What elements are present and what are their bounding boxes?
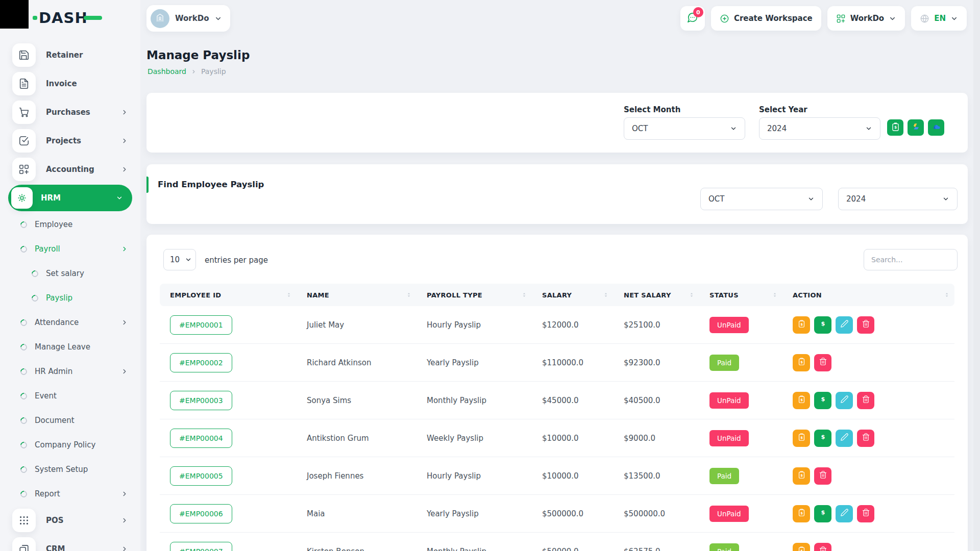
- employee-name: Sonya Sims: [297, 382, 416, 419]
- language-selector[interactable]: EN: [911, 6, 967, 31]
- chevron-right-icon: [121, 245, 128, 253]
- employee-name: Kirsten Benson: [297, 533, 416, 551]
- employee-id-link[interactable]: #EMP00006: [170, 504, 232, 523]
- find-month-value: OCT: [708, 194, 724, 204]
- sidebar-item-attendance[interactable]: Attendance: [0, 310, 140, 335]
- delete-button[interactable]: [857, 430, 874, 447]
- employee-id-link[interactable]: #EMP00002: [170, 353, 232, 372]
- breadcrumb-current: Payslip: [201, 67, 226, 76]
- employee-id-link[interactable]: #EMP00007: [170, 542, 232, 551]
- edit-button[interactable]: [836, 430, 853, 447]
- employee-id-link[interactable]: #EMP00004: [170, 429, 232, 448]
- delete-button[interactable]: [857, 505, 874, 522]
- employee-name: Juliet May: [297, 306, 416, 344]
- svg-text:$: $: [800, 398, 803, 402]
- delete-button[interactable]: [814, 354, 831, 371]
- breadcrumb-dashboard-link[interactable]: Dashboard: [148, 67, 186, 76]
- payroll-type: Weekly Payslip: [416, 419, 532, 457]
- sidebar-item-projects[interactable]: Projects: [0, 127, 140, 155]
- chevron-down-icon: [865, 125, 872, 132]
- employee-name: Maia: [297, 495, 416, 533]
- find-year-value: 2024: [846, 194, 866, 204]
- column-header-payroll-type[interactable]: PAYROLL TYPE: [416, 284, 532, 306]
- pay-button[interactable]: $: [814, 430, 831, 447]
- payslip-button[interactable]: $: [793, 354, 810, 371]
- svg-text:$: $: [800, 473, 803, 478]
- bulk-payslip-button[interactable]: $: [887, 119, 903, 136]
- payroll-type: Yearly Payslip: [416, 495, 532, 533]
- sidebar-item-accounting[interactable]: Accounting: [0, 155, 140, 184]
- search-input[interactable]: [864, 249, 958, 270]
- sidebar-item-hrm[interactable]: HRM: [8, 185, 132, 211]
- onedrive-export-button[interactable]: [928, 119, 944, 136]
- clipboard-dollar-icon: $: [797, 319, 806, 330]
- workspace-selector[interactable]: WorkDo: [146, 5, 230, 32]
- column-header-action[interactable]: ACTION: [782, 284, 954, 306]
- app-logo[interactable]: DASH: [33, 9, 102, 27]
- payslip-table-card: 10 entries per page EMPLOYEE IDNAMEPAYRO…: [146, 235, 968, 551]
- employee-id-link[interactable]: #EMP00003: [170, 391, 232, 410]
- delete-button[interactable]: [857, 316, 874, 334]
- sidebar-item-manage-leave[interactable]: Manage Leave: [0, 335, 140, 359]
- sidebar-item-pos[interactable]: POS: [0, 506, 140, 535]
- payslip-button[interactable]: $: [793, 505, 810, 522]
- column-header-salary[interactable]: SALARY: [532, 284, 614, 306]
- find-month-select[interactable]: OCT: [700, 188, 823, 210]
- page-size-select[interactable]: 10: [163, 249, 196, 270]
- delete-button[interactable]: [814, 467, 831, 485]
- sidebar-item-report[interactable]: Report: [0, 482, 140, 506]
- delete-button[interactable]: [814, 543, 831, 551]
- pay-button[interactable]: $: [814, 392, 831, 409]
- sidebar-item-event[interactable]: Event: [0, 384, 140, 408]
- column-header-net-salary[interactable]: NET SALARY: [614, 284, 699, 306]
- sidebar-item-payslip[interactable]: Payslip: [0, 286, 140, 310]
- payslip-button[interactable]: $: [793, 316, 810, 334]
- payslip-button[interactable]: $: [793, 430, 810, 447]
- create-workspace-button[interactable]: Create Workspace: [711, 6, 821, 31]
- edit-button[interactable]: [836, 392, 853, 409]
- employee-id-link[interactable]: #EMP00001: [170, 315, 232, 335]
- grid-plus-icon: [12, 158, 36, 181]
- google-drive-export-button[interactable]: [908, 119, 924, 136]
- month-select[interactable]: OCT: [624, 117, 745, 140]
- workdo-menu-button[interactable]: WorkDo: [827, 6, 905, 31]
- chevron-right-icon: [121, 368, 128, 375]
- bullet-icon: [30, 269, 39, 278]
- find-year-select[interactable]: 2024: [838, 188, 958, 210]
- sidebar-item-company-policy[interactable]: Company Policy: [0, 433, 140, 457]
- status-badge: UnPaid: [709, 317, 749, 333]
- edit-button[interactable]: [836, 505, 853, 522]
- edit-button[interactable]: [836, 316, 853, 334]
- column-header-name[interactable]: NAME: [297, 284, 416, 306]
- sidebar-item-retainer[interactable]: Retainer: [0, 41, 140, 69]
- payslip-button[interactable]: $: [793, 543, 810, 551]
- chevron-right-icon: [121, 545, 128, 551]
- sidebar-item-set-salary[interactable]: Set salary: [0, 261, 140, 286]
- pay-button[interactable]: $: [814, 505, 831, 522]
- payslip-button[interactable]: $: [793, 392, 810, 409]
- page-scrollbar[interactable]: [973, 0, 980, 551]
- trash-icon: [862, 433, 870, 443]
- sidebar-item-invoice[interactable]: Invoice: [0, 69, 140, 98]
- payslip-button[interactable]: $: [793, 467, 810, 485]
- pay-button[interactable]: $: [814, 316, 831, 334]
- sidebar-item-employee[interactable]: Employee: [0, 212, 140, 237]
- employee-id-link[interactable]: #EMP00005: [170, 466, 232, 486]
- net-salary: $9000.0: [614, 419, 699, 457]
- breadcrumb: Dashboard Payslip: [148, 67, 226, 76]
- sidebar: DASH RetainerInvoicePurchasesProjectsAcc…: [0, 0, 140, 551]
- column-header-employee-id[interactable]: EMPLOYEE ID: [160, 284, 297, 306]
- sidebar-item-system-setup[interactable]: System Setup: [0, 457, 140, 482]
- sidebar-item-payroll[interactable]: Payroll: [0, 237, 140, 261]
- sidebar-item-document[interactable]: Document: [0, 408, 140, 433]
- delete-button[interactable]: [857, 392, 874, 409]
- messenger-button[interactable]: 0: [680, 6, 705, 31]
- column-header-status[interactable]: STATUS: [699, 284, 782, 306]
- payroll-type: Yearly Payslip: [416, 344, 532, 382]
- sidebar-item-hr-admin[interactable]: HR Admin: [0, 359, 140, 384]
- status-badge: UnPaid: [709, 392, 749, 409]
- sidebar-item-purchases[interactable]: Purchases: [0, 98, 140, 127]
- sidebar-item-crm[interactable]: CRM: [0, 535, 140, 551]
- workspace-name: WorkDo: [175, 14, 209, 23]
- year-select[interactable]: 2024: [759, 117, 880, 140]
